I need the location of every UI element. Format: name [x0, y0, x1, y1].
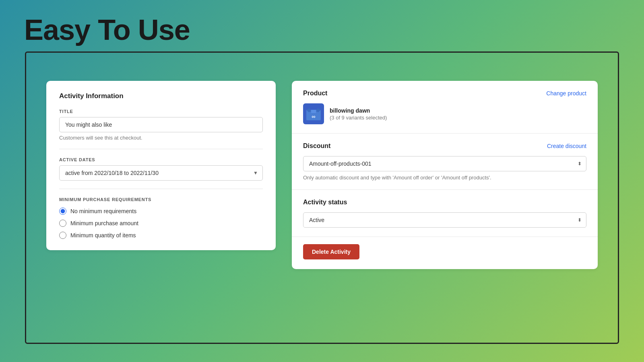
min-purchase-section: MINIMUM PURCHASE REQUIREMENTS No minimum…	[59, 197, 263, 239]
status-section-title: Activity status	[303, 199, 347, 206]
right-card: Product Change product 00	[292, 81, 598, 269]
radio-no-min[interactable]: No minimum requirements	[59, 208, 263, 215]
activity-info-title: Activity Information	[59, 92, 263, 100]
product-variants: (3 of 9 variants selected)	[330, 115, 387, 121]
product-info: billowing dawn (3 of 9 variants selected…	[330, 107, 387, 121]
divider-2	[59, 189, 263, 189]
product-section: Product Change product 00	[292, 81, 598, 134]
discount-select-wrapper: Amount-off-products-001 ⬍	[303, 156, 586, 171]
svg-text:00: 00	[312, 115, 316, 119]
product-name: billowing dawn	[330, 107, 387, 114]
discount-select[interactable]: Amount-off-products-001	[303, 156, 586, 171]
discount-hint: Only automatic discount and type with 'A…	[303, 175, 586, 181]
left-card: Activity Information TITLE Customers wil…	[46, 81, 276, 250]
discount-section: Discount Create discount Amount-off-prod…	[292, 134, 598, 190]
discount-header: Discount Create discount	[303, 142, 586, 150]
min-purchase-label: MINIMUM PURCHASE REQUIREMENTS	[59, 197, 263, 202]
title-input[interactable]	[59, 117, 263, 132]
title-hint: Customers will see this at checkout.	[59, 135, 263, 141]
page-title: Easy To Use	[24, 13, 190, 46]
content-area: Activity Information TITLE Customers wil…	[26, 69, 618, 343]
title-field-label: TITLE	[59, 109, 263, 114]
status-header: Activity status	[303, 199, 586, 206]
discount-section-title: Discount	[303, 142, 330, 150]
radio-min-qty-input[interactable]	[59, 232, 66, 239]
status-select-wrapper: Active Inactive ⬍	[303, 212, 586, 228]
svg-rect-3	[311, 110, 316, 113]
active-dates-select[interactable]: active from 2022/10/18 to 2022/11/30	[59, 165, 263, 181]
product-header: Product Change product	[303, 90, 586, 97]
radio-no-min-input[interactable]	[59, 208, 66, 215]
status-section: Activity status Active Inactive ⬍	[292, 190, 598, 237]
radio-min-amount-label: Minimum purchase amount	[70, 220, 138, 226]
radio-min-qty[interactable]: Minimum quantity of items	[59, 232, 263, 239]
active-dates-wrapper: active from 2022/10/18 to 2022/11/30 ▼	[59, 165, 263, 181]
radio-no-min-label: No minimum requirements	[70, 208, 136, 214]
change-product-button[interactable]: Change product	[546, 90, 586, 97]
delete-activity-button[interactable]: Delete Activity	[303, 244, 359, 259]
product-section-title: Product	[303, 90, 327, 97]
create-discount-button[interactable]: Create discount	[547, 143, 586, 149]
delete-area: Delete Activity	[292, 237, 598, 269]
radio-min-amount[interactable]: Minimum purchase amount	[59, 220, 263, 227]
title-field-group: TITLE Customers will see this at checkou…	[59, 109, 263, 141]
active-dates-label: ACTIVE DATES	[59, 157, 263, 162]
radio-min-qty-label: Minimum quantity of items	[70, 232, 136, 239]
radio-min-amount-input[interactable]	[59, 220, 66, 227]
main-frame: Activity Information TITLE Customers wil…	[25, 51, 619, 344]
product-image: 00	[303, 103, 324, 124]
active-dates-group: ACTIVE DATES active from 2022/10/18 to 2…	[59, 157, 263, 181]
radio-group: No minimum requirements Minimum purchase…	[59, 208, 263, 239]
divider-1	[59, 149, 263, 149]
product-row: 00 billowing dawn (3 of 9 variants selec…	[303, 103, 586, 124]
status-select[interactable]: Active Inactive	[303, 212, 586, 228]
